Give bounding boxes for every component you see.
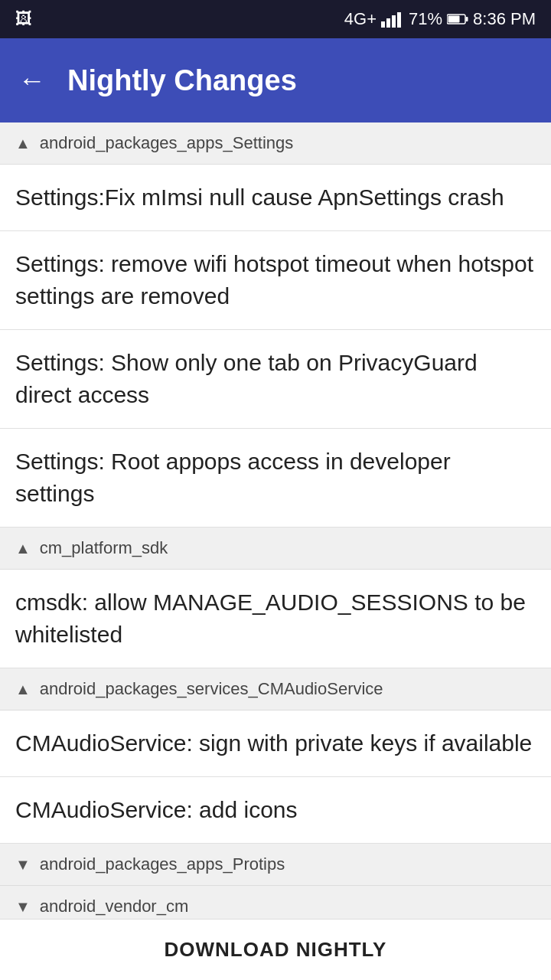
list-item: Settings:Fix mImsi null cause ApnSetting… [0,165,551,231]
battery-percent: 71% [409,9,442,29]
section-label-section-2: cm_platform_sdk [40,538,168,558]
chevron-icon: ▲ [15,681,31,698]
section-header-section-2[interactable]: ▲cm_platform_sdk [0,528,551,570]
svg-rect-5 [466,17,468,21]
section-label-section-3: android_packages_services_CMAudioService [40,679,383,699]
list-item-text: CMAudioService: add icons [15,797,298,822]
section-header-section-1[interactable]: ▲android_packages_apps_Settings [0,122,551,165]
time: 8:36 PM [473,9,536,29]
list-item-text: CMAudioService: sign with private keys i… [15,730,532,756]
list-item: Settings: Root appops access in develope… [0,429,551,528]
list-item-text: Settings: remove wifi hotspot timeout wh… [15,251,533,309]
battery-icon [447,13,468,25]
download-nightly-button[interactable]: DOWNLOAD NIGHTLY [165,938,387,962]
download-bar: DOWNLOAD NIGHTLY [0,919,551,980]
list-item-text: Settings:Fix mImsi null cause ApnSetting… [15,185,504,210]
content-area: ▲android_packages_apps_SettingsSettings:… [0,122,551,980]
list-item-text: Settings: Show only one tab on PrivacyGu… [15,350,478,407]
svg-rect-2 [392,15,396,28]
svg-rect-0 [381,21,385,28]
list-item: Settings: remove wifi hotspot timeout wh… [0,231,551,330]
section-header-section-4[interactable]: ▼android_packages_apps_Protips [0,844,551,886]
chevron-icon: ▲ [15,540,31,557]
list-item-text: cmsdk: allow MANAGE_AUDIO_SESSIONS to be… [15,590,526,647]
signal-icon [381,11,404,28]
status-bar: 🖼 4G+ 71% 8:36 PM [0,0,551,38]
svg-rect-3 [397,12,401,28]
list-item-text: Settings: Root appops access in develope… [15,449,451,506]
section-label-section-4: android_packages_apps_Protips [40,854,285,874]
list-item: CMAudioService: sign with private keys i… [0,710,551,777]
list-item: cmsdk: allow MANAGE_AUDIO_SESSIONS to be… [0,570,551,668]
section-header-section-3[interactable]: ▲android_packages_services_CMAudioServic… [0,668,551,710]
section-label-section-1: android_packages_apps_Settings [40,133,293,153]
status-bar-left: 🖼 [15,9,338,29]
chevron-icon: ▲ [15,135,31,152]
status-bar-right: 4G+ 71% 8:36 PM [344,9,536,29]
back-button[interactable]: ← [18,67,46,94]
chevron-icon: ▼ [15,898,31,916]
app-bar: ← Nightly Changes [0,38,551,122]
chevron-icon: ▼ [15,856,31,874]
page-title: Nightly Changes [67,64,297,97]
list-item: Settings: Show only one tab on PrivacyGu… [0,330,551,429]
gallery-icon: 🖼 [15,9,32,29]
list-item: CMAudioService: add icons [0,777,551,844]
svg-rect-1 [386,18,390,28]
svg-rect-6 [448,16,460,23]
section-label-section-5: android_vendor_cm [40,897,188,916]
network-type: 4G+ [344,9,377,29]
